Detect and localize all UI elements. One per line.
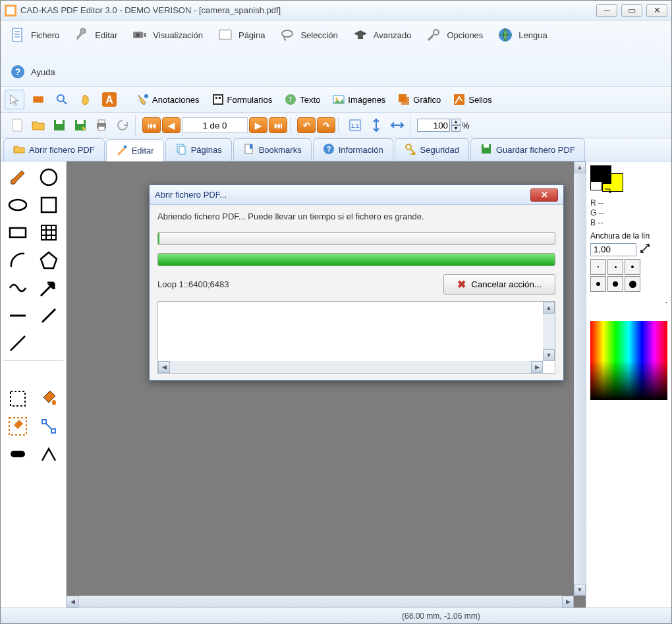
redo-button[interactable]: ↷ (317, 117, 335, 133)
maximize-button[interactable]: ▭ (621, 4, 642, 17)
hline-tool[interactable] (3, 302, 33, 329)
sellos-button[interactable]: Sellos (449, 91, 495, 108)
dlg-scroll-up[interactable]: ▲ (543, 302, 555, 314)
zoom-tool[interactable] (52, 90, 72, 109)
node-tool[interactable] (34, 413, 64, 440)
tab-editar[interactable]: Editar (106, 139, 164, 161)
scroll-right-button[interactable]: ▶ (562, 596, 574, 608)
print-button[interactable] (92, 115, 111, 135)
menu-visualizacion[interactable]: Visualización (128, 24, 206, 45)
hand-tool[interactable] (76, 90, 96, 109)
horizontal-scrollbar[interactable]: ◀ ▶ (67, 596, 574, 608)
wave-tool[interactable] (3, 275, 33, 301)
anotaciones-button[interactable]: Anotaciones (132, 91, 204, 108)
first-page-button[interactable]: ⏮ (142, 117, 161, 133)
save-icon (480, 143, 492, 157)
canvas-area[interactable]: ▲ ▼ ◀ ▶ Abrir fichero PDF... ✕ Abriendo … (67, 161, 586, 608)
marquee-tool[interactable] (3, 385, 33, 412)
dlg-scroll-down[interactable]: ▼ (543, 349, 555, 361)
grid-tool[interactable] (34, 219, 64, 246)
dialog-log-area[interactable]: ▲ ▼ ◀ ▶ (157, 301, 555, 374)
point-2[interactable] (607, 259, 623, 275)
rect-tool[interactable] (3, 219, 33, 246)
svg-text:T: T (289, 96, 293, 103)
last-page-button[interactable]: ⏭ (269, 117, 287, 133)
save-button[interactable] (49, 115, 69, 135)
page-indicator-input[interactable] (182, 117, 248, 133)
zoom-input[interactable] (417, 119, 450, 132)
menu-lengua[interactable]: Lengua (493, 24, 549, 45)
menu-editar[interactable]: Editar (70, 24, 120, 45)
arc-tool[interactable] (3, 247, 33, 273)
capsule-tool[interactable] (3, 441, 33, 467)
point-3[interactable] (625, 259, 640, 275)
polygon-tool[interactable] (34, 247, 64, 273)
select-rect-tool[interactable] (28, 90, 48, 109)
zoom-up[interactable]: ▲ (451, 119, 461, 125)
pointer-tool[interactable] (5, 90, 24, 109)
minimize-button[interactable]: ─ (596, 4, 617, 17)
scroll-left-button[interactable]: ◀ (67, 596, 78, 608)
arrow-tool[interactable] (34, 275, 64, 301)
formularios-button[interactable]: Formularios (208, 91, 277, 108)
linewidth-input[interactable] (590, 243, 636, 256)
point-4[interactable] (590, 276, 606, 292)
scroll-up-button[interactable]: ▲ (574, 161, 586, 173)
tab-bookmarks[interactable]: Bookmarks (233, 138, 312, 161)
menu-seleccion[interactable]: Selección (275, 24, 340, 45)
menu-ayuda[interactable]: ? Ayuda (6, 61, 58, 82)
brush-tool[interactable] (3, 164, 33, 190)
undo-button[interactable]: ↶ (297, 117, 316, 133)
point-1[interactable] (590, 259, 606, 275)
dlg-scroll-left[interactable]: ◀ (158, 361, 170, 373)
dialog-hscroll[interactable]: ◀ ▶ (158, 361, 543, 373)
text-tool[interactable]: A (99, 90, 119, 109)
vertical-scrollbar[interactable]: ▲ ▼ (574, 161, 586, 596)
open-button[interactable] (28, 115, 48, 135)
menubar: Fichero Editar Visualización Página Sele… (1, 20, 671, 87)
tab-paginas[interactable]: Páginas (165, 138, 232, 161)
menu-pagina[interactable]: Página (213, 24, 267, 45)
grafico-button[interactable]: Gráfico (393, 91, 445, 108)
dialog-vscroll[interactable]: ▲ ▼ (543, 302, 555, 361)
tab-abrir[interactable]: Abrir fichero PDF (3, 138, 105, 161)
svg-rect-24 (219, 97, 221, 99)
menu-opciones[interactable]: Opciones (422, 24, 486, 45)
imagenes-button[interactable]: Imágenes (328, 91, 389, 108)
tab-seguridad[interactable]: Seguridad (395, 138, 469, 161)
file-icon (9, 26, 27, 44)
fit-width-button[interactable] (387, 115, 407, 135)
color-picker-gradient[interactable] (590, 321, 667, 400)
diag-line-tool[interactable] (34, 302, 64, 329)
bucket-select-tool[interactable] (3, 413, 33, 440)
ellipse-tool[interactable] (3, 192, 33, 218)
dlg-scroll-right[interactable]: ▶ (531, 361, 543, 373)
texto-button[interactable]: T Texto (280, 91, 324, 108)
new-button[interactable] (7, 115, 27, 135)
cancel-action-button[interactable]: ✖ Cancelar acción... (443, 274, 555, 295)
point-5[interactable] (607, 276, 623, 292)
caret-tool[interactable] (34, 441, 64, 467)
color-swatches[interactable] (590, 165, 667, 192)
close-button[interactable]: ✕ (646, 4, 667, 17)
actual-size-button[interactable]: 1:1 (345, 115, 365, 135)
menu-avanzado[interactable]: Avanzado (349, 24, 414, 45)
point-6[interactable] (625, 276, 640, 292)
tab-guardar[interactable]: Guardar fichero PDF (470, 138, 585, 161)
tab-informacion[interactable]: ? Información (313, 138, 393, 161)
prev-page-button[interactable]: ◀ (162, 117, 181, 133)
square-tool[interactable] (34, 192, 64, 218)
swap-swatch[interactable] (590, 181, 602, 190)
next-page-button[interactable]: ▶ (249, 117, 267, 133)
bucket-tool[interactable] (34, 385, 64, 412)
linewidth-stepper-icon[interactable] (639, 242, 651, 256)
scroll-down-button[interactable]: ▼ (574, 584, 586, 596)
zoom-down[interactable]: ▼ (451, 125, 461, 132)
refresh-button[interactable] (113, 115, 132, 135)
menu-fichero[interactable]: Fichero (6, 24, 62, 45)
line-tool[interactable] (3, 330, 33, 356)
circle-tool[interactable] (34, 164, 64, 190)
save-as-button[interactable] (70, 115, 90, 135)
fit-height-button[interactable] (366, 115, 386, 135)
dialog-close-button[interactable]: ✕ (530, 188, 558, 202)
